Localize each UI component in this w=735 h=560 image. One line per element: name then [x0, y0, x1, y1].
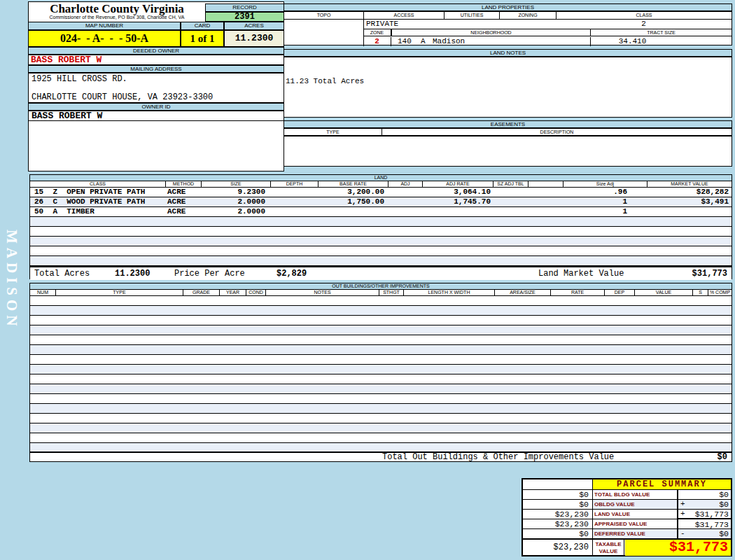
summary-label: TOTAL BLDG VALUE — [594, 490, 676, 499]
card-label: CARD — [181, 22, 224, 30]
summary-label: LAND VALUE — [594, 510, 676, 519]
total-acres-value: 11.2300 — [115, 269, 150, 279]
land-row-size-adj: 1 — [563, 207, 627, 216]
land-row-class: 26 C WOOD PRIVATE PATH — [34, 197, 145, 206]
summary-value: $0 — [685, 529, 729, 538]
easements-box — [284, 136, 732, 167]
outb-h-cond: COND — [246, 290, 265, 295]
land-h-size: SIZE — [201, 181, 270, 187]
summary-prev-value: $0 — [523, 500, 593, 509]
outb-h-type: TYPE — [55, 290, 183, 295]
land-empty-rows — [30, 217, 732, 266]
summary-op: + — [680, 500, 685, 509]
land-note: 11.23 Total Acres — [286, 77, 364, 85]
land-row-size: 9.2300 — [201, 188, 265, 197]
outb-h-grade: GRADE — [183, 290, 219, 295]
land-h-sz-adj-tbl: SZ ADJ TBL — [493, 181, 528, 187]
easements-title: EASEMENTS — [284, 120, 732, 128]
summary-value-cell: - $0 — [677, 529, 731, 538]
zone-label: ZONE — [363, 29, 391, 36]
property-record-card: MADISON Charlotte County Virginia Commis… — [0, 0, 735, 560]
total-acres-label: Total Acres — [34, 269, 90, 279]
land-row: 50 A TIMBER ACRE 2.0000 1 — [30, 207, 732, 217]
land-row-class: 15 Z OPEN PRIVATE PATH — [34, 188, 145, 197]
summary-row: $0 TOTAL BLDG VALUE $0 — [523, 490, 731, 500]
parcel-summary: PARCEL SUMMARY $0 TOTAL BLDG VALUE $0 $0… — [522, 478, 732, 556]
acres-value: 11.2300 — [224, 30, 284, 47]
land-properties-box: TOPO ACCESS UTILITIES ZONING CLASS PRIVA… — [284, 11, 732, 46]
zone-value: 2 — [363, 37, 391, 46]
neighborhood-value: Madison — [433, 37, 465, 46]
land-table: LAND CLASS METHOD SIZE DEPTH BASE RATE A… — [29, 174, 732, 279]
summary-value: $31,773 — [685, 520, 729, 529]
land-row-base-rate: 3,200.00 — [318, 188, 384, 197]
summary-row: $0 OBLDG VALUE + $0 — [523, 500, 731, 510]
neighborhood-label: NEIGHBORHOOD — [391, 29, 590, 36]
out-buildings-total-row: Total Out Buildings & Other Improvements… — [30, 451, 732, 461]
col-access: ACCESS — [363, 12, 444, 20]
summary-label: DEFERRED VALUE — [594, 529, 676, 538]
col-utilities: UTILITIES — [444, 12, 499, 20]
mailing-address-label: MAILING ADDRESS — [28, 65, 284, 73]
summary-value-cell: $31,773 — [677, 518, 731, 528]
land-row: 15 Z OPEN PRIVATE PATH ACRE 9.2300 3,200… — [30, 188, 732, 197]
county-title: Charlotte County Virginia — [29, 2, 204, 16]
map-number-value: 024- - A- - - 50-A — [28, 30, 181, 47]
land-row: 26 C WOOD PRIVATE PATH ACRE 2.0000 1,750… — [30, 197, 732, 207]
mailing-address-line2: CHARLOTTE COURT HOUSE, VA 23923-3300 — [31, 92, 213, 102]
deeded-owner-label: DEEDED OWNER — [28, 47, 284, 55]
land-h-size-adj: Size Adj — [563, 181, 647, 187]
summary-value: $0 — [685, 490, 729, 499]
tract-size-value: 34.410 — [590, 37, 674, 46]
land-properties-title: LAND PROPERTIES — [284, 4, 732, 11]
land-notes-title: LAND NOTES — [284, 49, 732, 57]
outb-total-label: Total Out Buildings & Other Improvements… — [382, 453, 614, 462]
summary-label: OBLDG VALUE — [594, 500, 676, 509]
land-row-adj-rate: 1,745.70 — [422, 197, 491, 206]
outb-h-s: S — [692, 290, 708, 295]
price-per-acre-label: Price Per Acre — [174, 269, 245, 279]
owner-id-label: OWNER ID — [28, 103, 284, 111]
outb-h-value: VALUE — [634, 290, 692, 295]
land-row-size: 2.0000 — [201, 207, 265, 216]
summary-op: - — [680, 529, 685, 538]
card-value: 1 of 1 — [181, 30, 224, 47]
mailing-address-box: 1925 HILL CROSS RD. CHARLOTTE COURT HOUS… — [28, 73, 284, 103]
col-zoning: ZONING — [499, 12, 556, 20]
land-h-market-value: MARKET VALUE — [647, 181, 732, 187]
outb-h-year: YEAR — [219, 290, 246, 295]
land-h-base-rate: BASE RATE — [318, 181, 388, 187]
taxable-prev-value: $23,230 — [523, 540, 593, 556]
land-row-size-adj: 1 — [563, 197, 627, 206]
parcel-summary-title: PARCEL SUMMARY — [593, 479, 731, 489]
outb-h-pct-comp: % COMP — [708, 290, 732, 295]
summary-value: $0 — [685, 500, 729, 509]
land-row-class: 50 A TIMBER — [34, 207, 94, 216]
outb-h-num: NUM — [30, 290, 55, 295]
price-per-acre-value: $2,829 — [276, 269, 307, 279]
easements-header: TYPE DESCRIPTION — [284, 128, 732, 136]
out-buildings-table: OUT BUILDINGS/OTHER IMPROVEMENTS NUM TYP… — [29, 283, 732, 462]
land-row-size: 2.0000 — [201, 197, 265, 206]
outb-h-notes: NOTES — [265, 290, 379, 295]
class-value: 2 — [556, 20, 732, 28]
outb-total-value: $0 — [718, 453, 727, 462]
land-row-method: ACRE — [167, 207, 186, 216]
land-h-adj: ADJ — [388, 181, 422, 187]
land-row-market-value: $3,491 — [647, 197, 730, 206]
county-subtitle: Commissioner of the Revenue, PO Box 308,… — [29, 15, 204, 20]
parcel-summary-header-row: PARCEL SUMMARY — [523, 479, 731, 490]
land-row-method: ACRE — [167, 188, 186, 197]
out-buildings-title: OUT BUILDINGS/OTHER IMPROVEMENTS — [30, 284, 732, 290]
tract-size-label: TRACT SIZE — [590, 29, 732, 36]
out-buildings-header-row: NUM TYPE GRADE YEAR COND NOTES STHGT LEN… — [30, 290, 732, 296]
outb-h-length-width: LENGTH X WIDTH — [403, 290, 494, 295]
outb-h-sthgt: STHGT — [379, 290, 403, 295]
mailing-address-line1: 1925 HILL CROSS RD. — [31, 74, 127, 84]
land-market-value-label: Land Market Value — [538, 269, 624, 279]
outb-h-rate: RATE — [550, 290, 604, 295]
land-h-class: CLASS — [30, 181, 165, 187]
summary-prev-value: $23,230 — [523, 519, 593, 528]
land-h-method: METHOD — [165, 181, 201, 187]
land-row-market-value: $28,282 — [647, 188, 730, 197]
